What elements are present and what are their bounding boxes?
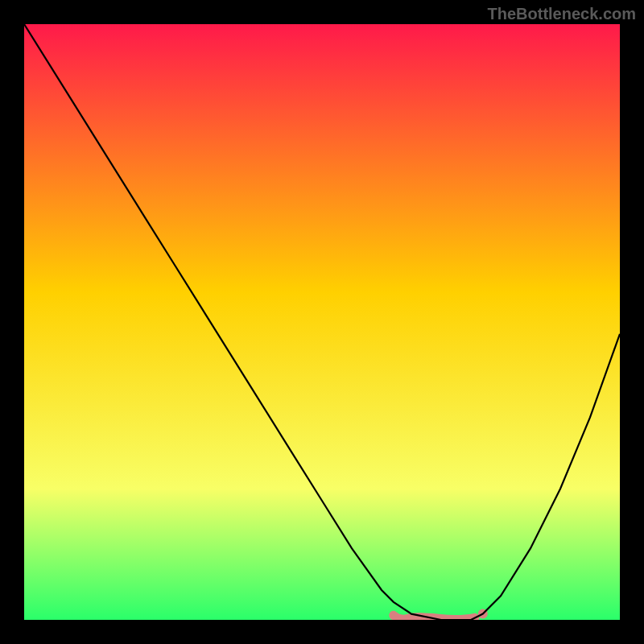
chart-container: TheBottleneck.com	[0, 0, 644, 644]
watermark-text: TheBottleneck.com	[488, 5, 636, 23]
plot-area	[24, 24, 620, 620]
bottleneck-curve	[24, 24, 620, 620]
